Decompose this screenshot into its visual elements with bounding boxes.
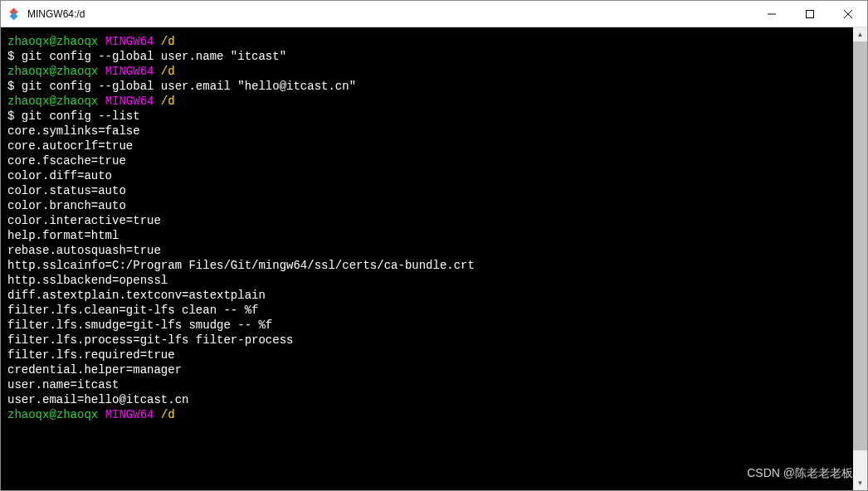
minimize-icon xyxy=(768,10,776,18)
terminal-area: zhaoqx@zhaoqx MINGW64 /d$ git config --g… xyxy=(1,27,867,490)
scroll-up-button[interactable]: ▲ xyxy=(853,27,867,41)
terminal-line: filter.lfs.process=git-lfs filter-proces… xyxy=(7,333,850,348)
terminal-line: filter.lfs.required=true xyxy=(7,348,850,362)
close-icon xyxy=(844,10,852,18)
terminal-line: $ git config --global user.name "itcast" xyxy=(7,49,850,64)
maximize-icon xyxy=(806,10,814,18)
env-label: MINGW64 xyxy=(105,408,154,421)
app-icon xyxy=(7,7,21,21)
terminal-output[interactable]: zhaoqx@zhaoqx MINGW64 /d$ git config --g… xyxy=(1,27,853,490)
terminal-line: $ git config --list xyxy=(7,109,850,124)
app-window: MINGW64:/d zhaoqx@zhaoqx MINGW64 /d$ git… xyxy=(0,0,868,491)
titlebar[interactable]: MINGW64:/d xyxy=(1,1,867,27)
user-host: zhaoqx@zhaoqx xyxy=(7,95,98,108)
terminal-line: core.fscache=true xyxy=(7,153,850,168)
svg-rect-1 xyxy=(807,10,814,17)
cwd-path: /d xyxy=(161,408,175,421)
terminal-line: color.status=auto xyxy=(7,183,850,198)
cwd-path: /d xyxy=(161,35,175,48)
terminal-line: color.diff=auto xyxy=(7,168,850,183)
scroll-track[interactable] xyxy=(853,41,867,476)
maximize-button[interactable] xyxy=(791,1,829,27)
terminal-line: color.branch=auto xyxy=(7,198,850,213)
terminal-line: http.sslbackend=openssl xyxy=(7,273,850,288)
scroll-thumb[interactable] xyxy=(853,41,867,450)
prompt-line: zhaoqx@zhaoqx MINGW64 /d xyxy=(7,64,850,79)
terminal-line: color.interactive=true xyxy=(7,213,850,228)
cwd-path: /d xyxy=(161,95,175,108)
terminal-line: credential.helper=manager xyxy=(7,362,850,377)
cwd-path: /d xyxy=(161,65,175,78)
terminal-line: help.format=html xyxy=(7,228,850,243)
terminal-line: $ git config --global user.email "hello@… xyxy=(7,79,850,94)
terminal-line: filter.lfs.clean=git-lfs clean -- %f xyxy=(7,303,850,318)
terminal-line: user.name=itcast xyxy=(7,377,850,392)
window-title: MINGW64:/d xyxy=(27,8,85,20)
terminal-line: core.autocrlf=true xyxy=(7,139,850,153)
terminal-line: http.sslcainfo=C:/Program Files/Git/ming… xyxy=(7,258,850,273)
env-label: MINGW64 xyxy=(105,65,154,78)
prompt-line: zhaoqx@zhaoqx MINGW64 /d xyxy=(7,94,850,109)
user-host: zhaoqx@zhaoqx xyxy=(7,35,98,48)
env-label: MINGW64 xyxy=(105,95,154,108)
minimize-button[interactable] xyxy=(753,1,791,27)
scrollbar[interactable]: ▲ ▼ xyxy=(853,27,867,490)
terminal-line: filter.lfs.smudge=git-lfs smudge -- %f xyxy=(7,318,850,333)
terminal-line: core.symlinks=false xyxy=(7,124,850,139)
close-button[interactable] xyxy=(829,1,867,27)
terminal-line: user.email=hello@itcast.cn xyxy=(7,392,850,407)
user-host: zhaoqx@zhaoqx xyxy=(7,408,98,421)
window-controls xyxy=(753,1,867,27)
scroll-down-button[interactable]: ▼ xyxy=(853,476,867,490)
user-host: zhaoqx@zhaoqx xyxy=(7,65,98,78)
prompt-line: zhaoqx@zhaoqx MINGW64 /d xyxy=(7,407,850,422)
env-label: MINGW64 xyxy=(105,35,154,48)
terminal-line: rebase.autosquash=true xyxy=(7,243,850,258)
prompt-line: zhaoqx@zhaoqx MINGW64 /d xyxy=(7,34,850,49)
terminal-line: diff.astextplain.textconv=astextplain xyxy=(7,288,850,303)
